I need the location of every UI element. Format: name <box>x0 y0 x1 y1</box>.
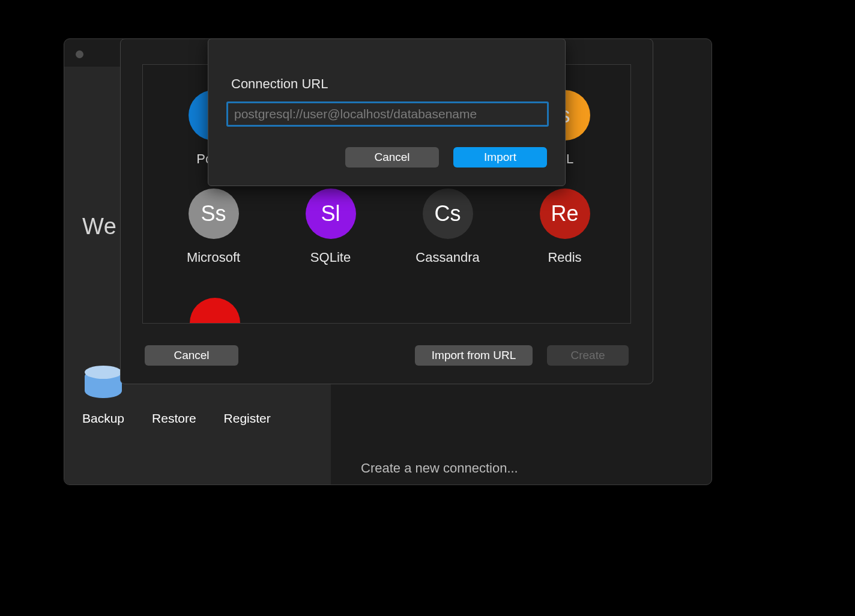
chooser-cancel-button[interactable]: Cancel <box>145 345 238 366</box>
db-badge-icon: Sl <box>306 189 356 239</box>
db-item-label: Cassandra <box>415 250 479 265</box>
db-badge-icon: Cs <box>423 189 473 239</box>
connection-url-modal: Connection URL Cancel Import <box>208 38 566 186</box>
db-item-label: Microsoft <box>187 250 240 265</box>
tool-restore-label: Restore <box>152 411 196 426</box>
db-badge-icon: Re <box>540 189 590 239</box>
welcome-heading: We <box>82 214 116 240</box>
url-cancel-button[interactable]: Cancel <box>345 147 439 168</box>
db-item-cassandra[interactable]: Cs Cassandra <box>389 189 506 265</box>
db-item-label: SQLite <box>310 250 351 265</box>
chooser-footer: Cancel Import from URL Create <box>145 345 629 366</box>
connection-url-input[interactable] <box>226 101 549 127</box>
db-badge-icon <box>190 298 240 324</box>
tool-backup[interactable]: Backup <box>82 363 124 426</box>
chooser-footer-right: Import from URL Create <box>415 345 629 366</box>
url-import-button[interactable]: Import <box>453 147 547 168</box>
url-modal-buttons: Cancel Import <box>345 147 547 168</box>
tool-register[interactable]: Register <box>224 411 271 426</box>
create-button: Create <box>547 345 629 366</box>
db-badge-icon: Ss <box>189 189 239 239</box>
db-item-oracle-partial[interactable] <box>190 298 240 324</box>
window-control-dot[interactable] <box>76 50 83 58</box>
db-item-microsoft[interactable]: Ss Microsoft <box>155 189 272 265</box>
db-item-sqlite[interactable]: Sl SQLite <box>272 189 389 265</box>
db-item-label: Redis <box>548 250 581 265</box>
tool-restore[interactable]: Restore <box>152 411 196 426</box>
tool-backup-label: Backup <box>82 411 124 426</box>
create-connection-prompt: Create a new connection... <box>361 460 518 476</box>
db-item-redis[interactable]: Re Redis <box>506 189 623 265</box>
tool-register-label: Register <box>224 411 271 426</box>
import-from-url-button[interactable]: Import from URL <box>415 345 533 366</box>
database-cylinder-icon <box>85 363 122 400</box>
connection-url-title: Connection URL <box>231 76 328 92</box>
